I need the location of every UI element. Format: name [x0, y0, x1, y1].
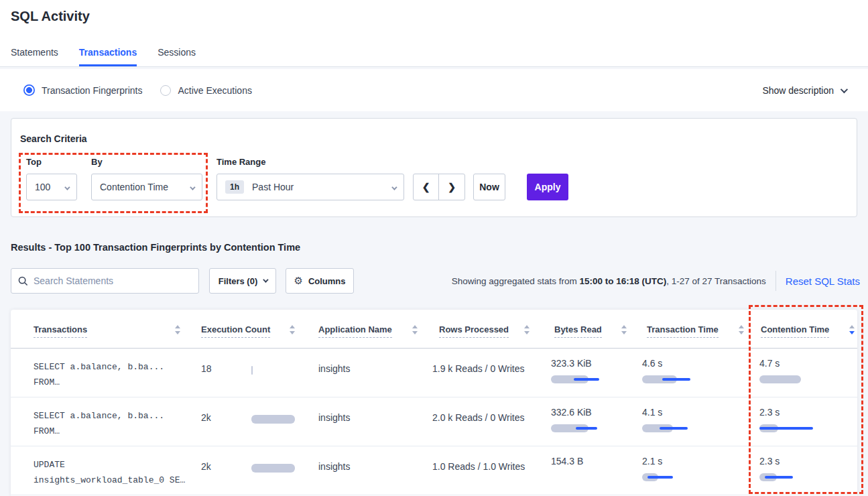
tab-transactions[interactable]: Transactions	[79, 47, 137, 66]
application-name-value: insights	[318, 461, 350, 472]
sort-icon[interactable]	[738, 325, 745, 334]
by-field-label: By	[91, 157, 103, 167]
results-heading: Results - Top 100 Transaction Fingerprin…	[11, 242, 300, 253]
chevron-down-icon	[190, 184, 195, 190]
chevron-down-icon	[391, 184, 397, 190]
reset-sql-stats-link[interactable]: Reset SQL Stats	[786, 275, 860, 287]
transaction-time-value: 2.1 s	[642, 456, 662, 467]
sort-icon[interactable]	[289, 325, 296, 334]
search-icon	[18, 276, 28, 286]
now-button[interactable]: Now	[473, 174, 505, 200]
time-range-select[interactable]: 1h Past Hour	[216, 174, 404, 200]
prev-time-button[interactable]: ❮	[414, 174, 439, 200]
radio-active-executions[interactable]: Active Executions	[160, 85, 252, 96]
execution-count-value: 2k	[201, 412, 211, 423]
filters-label: Filters (0)	[219, 276, 258, 286]
view-toggle-bar: Transaction Fingerprints Active Executio…	[0, 69, 868, 111]
sort-icon[interactable]	[849, 325, 855, 334]
chevron-down-icon	[263, 277, 268, 282]
col-header-transactions[interactable]: Transactions	[34, 324, 87, 334]
search-statements-input[interactable]	[34, 275, 192, 286]
view-radio-group: Transaction Fingerprints Active Executio…	[23, 69, 252, 111]
table-header-row: Transactions Execution Count Application…	[11, 310, 857, 349]
col-header-contention-time[interactable]: Contention Time	[761, 324, 829, 334]
show-description-label: Show description	[762, 85, 834, 96]
transactions-table: Transactions Execution Count Application…	[11, 310, 857, 496]
transaction-fingerprint-link[interactable]: UPDATEinsights_workload_table_0 SE…	[34, 457, 185, 488]
radio-unselected-icon[interactable]	[160, 85, 171, 96]
app-header: SQL Activity Statements Transactions Ses…	[0, 0, 868, 67]
time-nav-group: ❮ ❯	[413, 174, 465, 200]
rows-processed-value: 2.0 k Reads / 0 Writes	[432, 412, 524, 423]
radio-label: Active Executions	[178, 85, 252, 96]
show-description-toggle[interactable]: Show description	[762, 69, 846, 111]
table-row: SELECT a.balance, b.ba...FROM… 2k insigh…	[11, 397, 857, 446]
chevron-down-icon	[64, 184, 70, 190]
top-select[interactable]: 100	[26, 174, 77, 200]
radio-label: Transaction Fingerprints	[42, 85, 142, 96]
sql-activity-page: SQL Activity Statements Transactions Ses…	[0, 0, 868, 496]
sort-icon[interactable]	[621, 325, 627, 334]
divider	[776, 271, 776, 291]
contention-time-value: 4.7 s	[759, 358, 780, 369]
execution-count-value: 2k	[201, 461, 211, 472]
apply-button[interactable]: Apply	[527, 174, 568, 200]
bytes-read-value: 332.6 KiB	[551, 407, 592, 418]
sort-icon[interactable]	[523, 325, 530, 334]
tab-bar: Statements Transactions Sessions	[11, 47, 196, 66]
transaction-fingerprint-link[interactable]: SELECT a.balance, b.ba...FROM…	[34, 408, 164, 439]
by-select[interactable]: Contention Time	[91, 174, 202, 200]
table-row: UPDATEinsights_workload_table_0 SE… 2k i…	[11, 446, 857, 495]
bytes-read-value: 154.3 B	[551, 456, 583, 467]
col-header-rows-processed[interactable]: Rows Processed	[439, 324, 509, 334]
filters-button[interactable]: Filters (0)	[209, 268, 276, 294]
search-criteria-card: Search Criteria Top 100 By Contention Ti…	[11, 118, 857, 217]
columns-button[interactable]: ⚙ Columns	[286, 268, 354, 294]
page-title: SQL Activity	[11, 9, 90, 24]
sort-icon[interactable]	[174, 325, 181, 334]
time-range-value: Past Hour	[252, 182, 294, 192]
chevron-down-icon	[841, 85, 848, 92]
col-header-execution-count[interactable]: Execution Count	[201, 324, 270, 334]
radio-selected-icon[interactable]	[23, 84, 35, 96]
col-header-transaction-time[interactable]: Transaction Time	[647, 324, 719, 334]
columns-label: Columns	[308, 276, 346, 286]
tab-statements[interactable]: Statements	[11, 47, 58, 66]
stats-line: Showing aggregated stats from 15:00 to 1…	[452, 268, 860, 294]
radio-transaction-fingerprints[interactable]: Transaction Fingerprints	[23, 84, 142, 96]
col-header-application-name[interactable]: Application Name	[318, 324, 392, 334]
gear-icon: ⚙	[294, 275, 302, 287]
by-select-value: Contention Time	[100, 182, 168, 192]
search-criteria-heading: Search Criteria	[20, 133, 87, 144]
transaction-time-value: 4.6 s	[642, 358, 662, 369]
application-name-value: insights	[318, 412, 350, 423]
time-range-label: Time Range	[216, 157, 265, 167]
rows-processed-value: 1.0 Reads / 1.0 Writes	[432, 461, 525, 472]
col-header-bytes-read[interactable]: Bytes Read	[554, 324, 602, 334]
stats-text: Showing aggregated stats from 15:00 to 1…	[452, 276, 766, 286]
time-range-badge: 1h	[225, 180, 244, 194]
contention-time-value: 2.3 s	[759, 407, 780, 418]
transaction-time-value: 4.1 s	[642, 407, 662, 418]
rows-processed-value: 1.9 k Reads / 0 Writes	[432, 363, 524, 374]
transaction-fingerprint-link[interactable]: SELECT a.balance, b.ba...FROM…	[34, 359, 164, 390]
contention-time-value: 2.3 s	[759, 456, 780, 467]
execution-count-value: 18	[201, 363, 212, 374]
application-name-value: insights	[318, 363, 350, 374]
top-field-label: Top	[26, 157, 42, 167]
bytes-read-value: 323.3 KiB	[551, 358, 592, 369]
next-time-button[interactable]: ❯	[439, 174, 464, 200]
table-row: SELECT a.balance, b.ba...FROM… 18 insigh…	[11, 349, 857, 397]
tab-sessions[interactable]: Sessions	[158, 47, 196, 66]
top-select-value: 100	[35, 182, 50, 192]
sort-icon[interactable]	[412, 325, 418, 334]
search-statements-box[interactable]	[11, 268, 199, 294]
